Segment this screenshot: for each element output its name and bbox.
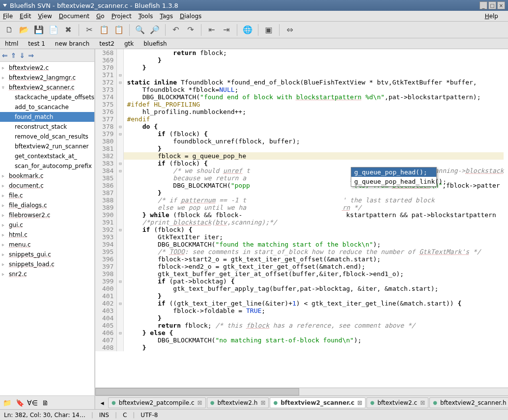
- code-line[interactable]: fblock->start2_o = gtk_text_iter_get_off…: [124, 255, 504, 263]
- maximize-button[interactable]: □: [488, 1, 496, 9]
- close-window-button[interactable]: ×: [497, 1, 505, 9]
- expand-icon[interactable]: ▹: [2, 183, 7, 188]
- fold-gutter[interactable]: [117, 307, 124, 314]
- fold-gutter[interactable]: [117, 86, 124, 93]
- code-line[interactable]: #endif: [124, 115, 504, 123]
- find-icon[interactable]: 🔍: [134, 24, 146, 36]
- window-menu-icon[interactable]: [3, 4, 7, 7]
- menu-view[interactable]: View: [38, 13, 52, 20]
- paste-icon[interactable]: 📋: [113, 24, 125, 36]
- tree-item[interactable]: ▹file.c: [0, 191, 94, 200]
- expand-icon[interactable]: ▹: [2, 203, 7, 208]
- refresh-icon[interactable]: 🗎: [40, 398, 50, 408]
- filter-icon[interactable]: ∀∈: [28, 398, 37, 408]
- document-tab[interactable]: ●bftextview2_scanner.c⊠: [270, 397, 366, 408]
- fold-gutter[interactable]: [117, 204, 124, 211]
- tree-item[interactable]: ▹snippets_load.c: [0, 259, 94, 269]
- fold-gutter[interactable]: [117, 285, 124, 292]
- file-tree[interactable]: ▹bftextview2.c▹bftextview2_langmgr.c▿bft…: [0, 62, 94, 395]
- code-line[interactable]: if (fblock) {: [124, 160, 504, 167]
- fold-gutter[interactable]: ⊟: [117, 300, 124, 307]
- nav-arrow-icon[interactable]: ⇐: [2, 52, 8, 59]
- project-tab[interactable]: test2: [97, 39, 116, 48]
- menu-tools[interactable]: Tools: [139, 13, 153, 20]
- tab-close-icon[interactable]: ⊠: [260, 399, 265, 406]
- document-tab[interactable]: ●bftextview2_scanner.h⊠: [429, 397, 508, 408]
- code-line[interactable]: if (fblock) {: [124, 130, 504, 138]
- code-line[interactable]: else we pop until we ha rn */: [124, 204, 504, 211]
- expand-icon[interactable]: ▹: [2, 252, 7, 257]
- fold-gutter[interactable]: [117, 241, 124, 248]
- code-line[interactable]: }: [124, 64, 504, 71]
- redo-icon[interactable]: ↷: [184, 24, 197, 36]
- expand-icon[interactable]: ▿: [2, 85, 7, 90]
- code-line[interactable]: DBG_BLOCKMATCH("popp (%s) from blockstac…: [124, 182, 504, 189]
- tree-item[interactable]: add_to_scancache: [0, 102, 94, 112]
- fold-gutter[interactable]: [117, 255, 124, 263]
- tree-item[interactable]: ▹bookmark.c: [0, 171, 94, 181]
- new-file-icon[interactable]: 🗋: [3, 24, 16, 36]
- code-line[interactable]: gtk_text_buffer_get_iter_at_offset(buffe…: [124, 270, 504, 278]
- tree-item[interactable]: ▹filebrowser2.c: [0, 210, 94, 220]
- code-line[interactable]: because we return a g function */: [124, 174, 504, 182]
- code-line[interactable]: /* we should unref t ' it is popped from…: [124, 167, 504, 174]
- expand-icon[interactable]: ▹: [2, 75, 7, 80]
- code-editor[interactable]: 368 return fblock;369 }370 }371⊟372⊟stat…: [95, 49, 508, 388]
- expand-icon[interactable]: ▹: [2, 223, 7, 227]
- tree-item[interactable]: stackcache_update_offsets: [0, 92, 94, 102]
- fold-gutter[interactable]: [117, 219, 124, 226]
- code-line[interactable]: DBG_BLOCKMATCH("found end of block with …: [124, 93, 504, 101]
- horizontal-scrollbar[interactable]: [95, 388, 508, 395]
- autocomplete-item[interactable]: g_queue_pop_head_link();: [351, 177, 436, 186]
- expand-icon[interactable]: ▹: [2, 173, 7, 178]
- browser-preview-icon[interactable]: 🌐: [241, 24, 254, 36]
- autocomplete-popup[interactable]: g_queue_pop_head();g_queue_pop_head_link…: [351, 167, 437, 187]
- code-line[interactable]: /*print_blockstack(btv,scanning);*/: [124, 219, 504, 226]
- code-line[interactable]: #ifdef HL_PROFILING: [124, 101, 504, 108]
- fold-gutter[interactable]: ⊟: [117, 160, 124, 167]
- tree-item[interactable]: remove_old_scan_results: [0, 132, 94, 141]
- undo-icon[interactable]: ↶: [169, 24, 182, 36]
- menu-document[interactable]: Document: [59, 13, 89, 20]
- code-line[interactable]: return fblock;: [124, 49, 504, 56]
- fold-gutter[interactable]: ⊟: [117, 71, 124, 79]
- tree-item[interactable]: ▹snippets_gui.c: [0, 250, 94, 259]
- fold-gutter[interactable]: [117, 49, 124, 56]
- fold-gutter[interactable]: [117, 115, 124, 123]
- tree-item[interactable]: ▹html.c: [0, 230, 94, 240]
- fold-gutter[interactable]: ⊟: [117, 278, 124, 285]
- tab-close-icon[interactable]: ⊠: [198, 399, 202, 406]
- code-line[interactable]: /* if patternum == -1 t ' the last start…: [124, 196, 504, 204]
- tree-item[interactable]: ▹document.c: [0, 181, 94, 191]
- tree-item[interactable]: ▹file_dialogs.c: [0, 200, 94, 210]
- nav-arrow-icon[interactable]: ⇑: [11, 52, 17, 59]
- indent-left-icon[interactable]: ⇤: [205, 24, 218, 36]
- code-line[interactable]: } while (fblock && fblock- kstartpattern…: [124, 211, 504, 219]
- code-line[interactable]: return fblock; /* this fblock has a refe…: [124, 322, 504, 329]
- tree-item[interactable]: ▹menu.c: [0, 240, 94, 250]
- folder-icon[interactable]: 📁: [2, 398, 12, 408]
- code-line[interactable]: }: [124, 56, 504, 64]
- tab-close-icon[interactable]: ⊠: [420, 399, 425, 406]
- fold-gutter[interactable]: [117, 211, 124, 219]
- project-tab[interactable]: gtk: [122, 39, 136, 48]
- fold-gutter[interactable]: [117, 322, 124, 329]
- fold-gutter[interactable]: [117, 108, 124, 115]
- tree-item[interactable]: ▹bftextview2_langmgr.c: [0, 73, 94, 83]
- preferences-icon[interactable]: ⇔: [283, 24, 296, 36]
- code-line[interactable]: do {: [124, 123, 504, 130]
- code-line[interactable]: gtk_text_buffer_apply_tag(buffer,pat->bl…: [124, 285, 504, 292]
- fold-gutter[interactable]: ⊟: [117, 329, 124, 336]
- tree-item[interactable]: ▿bftextview2_scanner.c: [0, 83, 94, 92]
- copy-icon[interactable]: 📋: [98, 24, 111, 36]
- document-tab[interactable]: ●bftextview2.c⊠: [367, 397, 428, 408]
- expand-icon[interactable]: ▹: [2, 272, 7, 277]
- fold-gutter[interactable]: [117, 152, 124, 160]
- fold-gutter[interactable]: [117, 263, 124, 270]
- fold-gutter[interactable]: [117, 292, 124, 300]
- fold-gutter[interactable]: [117, 145, 124, 152]
- tab-close-icon[interactable]: ⊠: [357, 399, 362, 406]
- expand-icon[interactable]: ▹: [2, 232, 7, 237]
- expand-icon[interactable]: ▹: [2, 242, 7, 247]
- save-as-icon[interactable]: 📄: [47, 24, 60, 36]
